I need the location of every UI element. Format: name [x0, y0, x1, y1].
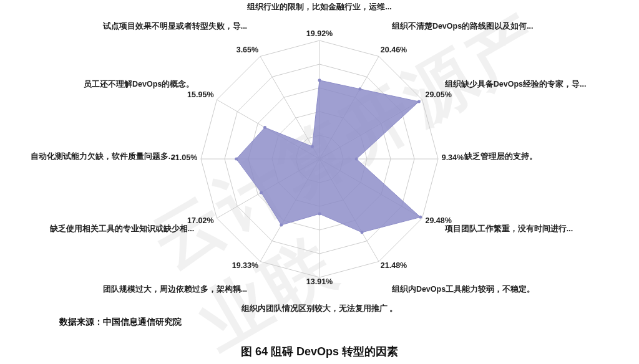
- value-label: 3.65%: [237, 46, 258, 54]
- value-label: 21.48%: [381, 261, 407, 270]
- axis-label: 组织行业的限制，比如金融行业，运维...: [246, 3, 391, 11]
- value-label: 15.95%: [187, 90, 213, 99]
- axis-label: 试点项目效果不明显或者转型失败，导...: [102, 21, 247, 31]
- value-label: 19.92%: [306, 29, 333, 38]
- data-point: [318, 213, 321, 216]
- data-point: [235, 158, 238, 161]
- axis-label: 项目团队工作繁重，没有时间进行...: [444, 224, 573, 233]
- radar-svg: 19.92%20.46%29.05%9.34%29.48%21.48%13.91…: [0, 3, 639, 315]
- data-point: [260, 191, 263, 194]
- radar-series: [237, 80, 421, 232]
- value-label: 9.34%: [442, 153, 464, 162]
- axis-label: 组织不清楚DevOps的路线图以及如何...: [391, 22, 534, 31]
- value-label: 19.33%: [232, 261, 258, 270]
- data-point: [280, 224, 283, 227]
- value-label: 29.05%: [425, 90, 451, 99]
- data-source-label: 数据来源：中国信息通信研究院: [59, 317, 182, 328]
- data-point: [417, 100, 421, 103]
- value-label: 13.91%: [306, 277, 333, 286]
- axis-label: 缺乏使用相关工具的专业知识或缺少相...: [49, 224, 194, 233]
- data-point: [355, 158, 358, 161]
- data-point: [263, 126, 266, 129]
- axis-label: 团队规模过大，周边依赖过多，架构耦...: [103, 284, 247, 294]
- data-point: [311, 145, 314, 148]
- axis-label: 组织内DevOps工具能力较弱，不稳定。: [391, 284, 535, 294]
- axis-label: 员工还不理解DevOps的概念。: [84, 80, 194, 89]
- radar-chart: 19.92%20.46%29.05%9.34%29.48%21.48%13.91…: [0, 3, 639, 315]
- value-label: 20.46%: [381, 46, 407, 54]
- value-label: 21.05%: [171, 153, 197, 162]
- axis-label: 缺乏管理层的支持。: [464, 151, 537, 161]
- data-point: [419, 216, 422, 219]
- data-point: [361, 231, 364, 234]
- axis-label: 组织缺少具备DevOps经验的专家，导...: [444, 79, 587, 89]
- axis-label: 自动化测试能力欠缺，软件质量问题多...: [31, 151, 175, 161]
- chart-title: 图 64 阻碍 DevOps 转型的因素: [0, 344, 639, 359]
- axis-label: 组织内团队情况区别较大，无法复用推广 。: [241, 304, 398, 313]
- data-point: [318, 79, 321, 82]
- data-point: [358, 87, 361, 90]
